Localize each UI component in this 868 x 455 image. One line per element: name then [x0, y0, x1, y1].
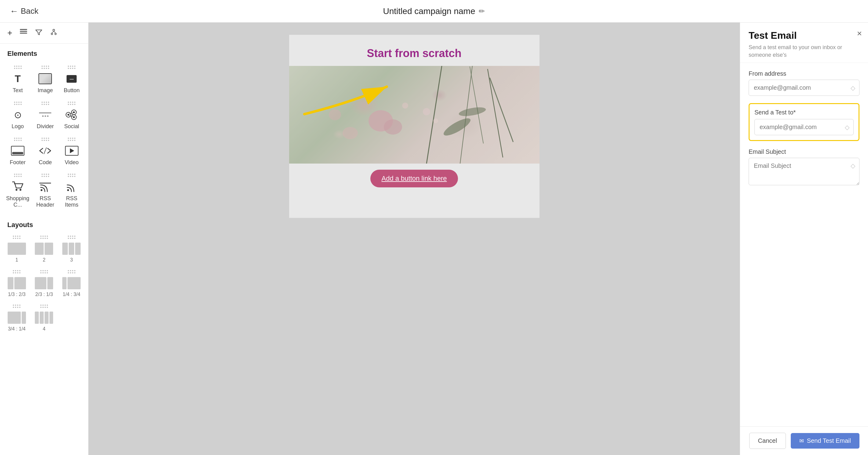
canvas-area: Start from scratch	[89, 23, 740, 455]
layout-3-label: 3	[70, 257, 73, 263]
canvas-container: Start from scratch	[289, 35, 539, 218]
svg-line-22	[427, 66, 442, 164]
element-code[interactable]: Code	[32, 133, 58, 169]
svg-line-24	[488, 69, 503, 158]
svg-rect-1	[20, 33, 27, 34]
divider-icon	[38, 109, 52, 120]
canvas-cta-button[interactable]: Add a button link here	[370, 170, 458, 187]
element-divider[interactable]: Divider	[32, 97, 58, 133]
panel-subtitle: Send a test email to your own inbox or s…	[749, 44, 860, 59]
layout-4-label: 4	[43, 326, 45, 332]
element-image[interactable]: Image	[32, 61, 58, 97]
element-footer[interactable]: Footer	[4, 133, 32, 169]
element-video[interactable]: Video	[59, 133, 85, 169]
svg-line-7	[54, 31, 56, 33]
svg-point-30	[433, 119, 438, 123]
send-test-email-button[interactable]: ✉ Send Test Email	[791, 433, 860, 449]
text-icon: T	[14, 73, 21, 85]
svg-point-21	[67, 189, 69, 191]
element-text[interactable]: T Text	[4, 61, 32, 97]
element-social-label: Social	[64, 123, 79, 130]
from-address-input[interactable]	[749, 79, 860, 96]
canvas-start-text: Start from scratch	[367, 47, 461, 60]
element-divider-label: Divider	[37, 123, 54, 130]
element-rss-header-label: RSS Header	[35, 195, 56, 208]
svg-point-31	[402, 102, 408, 109]
email-subject-input-icon: ◇	[850, 162, 855, 169]
back-button[interactable]: ← Back	[10, 6, 38, 16]
element-rss-header[interactable]: RSS Header	[32, 169, 58, 211]
layouts-grid: 1 2 3	[4, 232, 85, 335]
svg-point-17	[16, 189, 18, 191]
send-to-label: Send a Test to*	[754, 109, 854, 116]
svg-line-6	[52, 31, 54, 33]
elements-grid: T Text Image — Button	[0, 61, 88, 215]
element-code-label: Code	[39, 159, 52, 166]
layout-3[interactable]: 3	[58, 232, 85, 266]
send-to-input-icon: ◇	[845, 124, 849, 131]
svg-point-19	[41, 189, 42, 191]
analytics-icon[interactable]	[50, 28, 57, 37]
send-icon: ✉	[799, 437, 804, 444]
from-address-input-icon: ◇	[850, 84, 855, 92]
element-rss-items-label: RSS Items	[61, 195, 82, 208]
button-icon: —	[67, 75, 76, 83]
code-icon	[38, 146, 52, 156]
element-shopping[interactable]: Shopping C...	[4, 169, 32, 211]
layout-1[interactable]: 1	[4, 232, 30, 266]
element-button-label: Button	[64, 87, 80, 94]
layout-2[interactable]: 2	[31, 232, 57, 266]
svg-point-13	[73, 116, 75, 118]
svg-point-11	[73, 111, 75, 113]
svg-point-32	[441, 116, 473, 138]
send-to-input[interactable]	[754, 119, 854, 135]
layout-1-4-3-4-label: 1/4 : 3/4	[63, 292, 80, 297]
svg-point-18	[20, 189, 21, 191]
element-logo[interactable]: ⊙ Logo	[4, 97, 32, 133]
send-to-input-wrapper: ◇	[754, 119, 854, 135]
layouts-section: 1 2 3	[0, 232, 88, 339]
element-text-label: Text	[13, 87, 23, 94]
back-label: Back	[21, 6, 38, 16]
canvas-image	[289, 66, 539, 164]
send-button-label: Send Test Email	[807, 437, 851, 444]
element-shopping-label: Shopping C...	[6, 195, 29, 208]
svg-point-28	[329, 109, 341, 120]
layouts-section-title: Layouts	[0, 215, 88, 232]
layout-4[interactable]: 4	[31, 301, 57, 335]
email-subject-input[interactable]	[749, 158, 860, 185]
rss-items-icon	[66, 181, 78, 192]
logo-icon: ⊙	[14, 109, 22, 120]
svg-point-4	[51, 33, 53, 35]
panel-body: From address ◇ Send a Test to* ◇ Email S…	[740, 63, 868, 426]
test-email-panel: Test Email Send a test email to your own…	[740, 23, 868, 455]
element-rss-items[interactable]: RSS Items	[59, 169, 85, 211]
element-button[interactable]: — Button	[59, 61, 85, 97]
svg-rect-2	[20, 29, 27, 30]
svg-point-27	[343, 127, 358, 139]
element-footer-label: Footer	[10, 159, 26, 166]
edit-icon[interactable]: ✏	[479, 7, 485, 15]
layout-3-4-1-4[interactable]: 3/4 : 1/4	[4, 301, 30, 335]
campaign-title-area: Untitled campaign name ✏	[383, 6, 485, 16]
svg-point-29	[423, 108, 430, 116]
cancel-button[interactable]: Cancel	[749, 433, 786, 449]
filter-icon[interactable]	[35, 29, 43, 37]
add-element-icon[interactable]: +	[7, 28, 12, 38]
layout-2-3-1-3[interactable]: 2/3 : 1/3	[31, 267, 57, 300]
layout-1-3-2-3[interactable]: 1/3 : 2/3	[4, 267, 30, 300]
panel-header: Test Email Send a test email to your own…	[740, 23, 868, 63]
layout-3-4-1-4-label: 3/4 : 1/4	[8, 326, 26, 332]
send-to-field-group: Send a Test to* ◇	[749, 103, 860, 141]
from-address-input-wrapper: ◇	[749, 79, 860, 96]
layers-icon[interactable]	[20, 29, 28, 37]
rss-header-icon	[39, 181, 51, 192]
layout-2-3-1-3-label: 2/3 : 1/3	[35, 292, 53, 297]
email-subject-label: Email Subject	[749, 148, 860, 155]
panel-title: Test Email	[749, 30, 860, 41]
element-social[interactable]: Social	[59, 97, 85, 133]
floral-svg	[289, 66, 539, 164]
element-image-label: Image	[37, 87, 53, 94]
layout-1-4-3-4[interactable]: 1/4 : 3/4	[58, 267, 85, 300]
close-panel-button[interactable]: ×	[857, 29, 862, 38]
